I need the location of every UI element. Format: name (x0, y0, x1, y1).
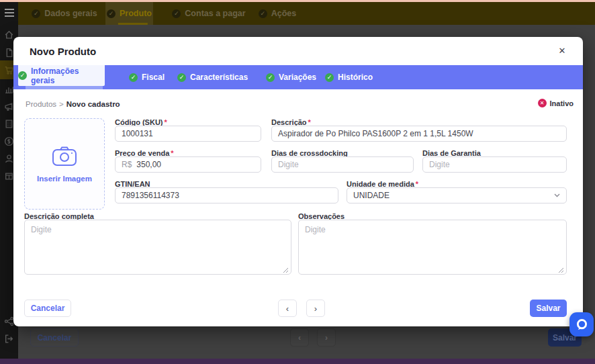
next-button[interactable]: › (306, 300, 325, 317)
logout-icon[interactable] (4, 334, 14, 344)
tab-caracteristicas[interactable]: ✓ Características (177, 65, 248, 89)
save-button[interactable]: Salvar (530, 300, 567, 317)
check-circle-icon: ✓ (325, 73, 334, 82)
cart-icon[interactable] (4, 65, 14, 75)
chevron-down-icon (554, 193, 560, 197)
modal-tab-bar: ✓ Informações gerais ✓ Fiscal ✓ Caracter… (13, 65, 583, 89)
breadcrumb: Produtos>Novo cadastro (26, 100, 120, 108)
check-circle-icon: ✓ (177, 73, 186, 82)
package-icon[interactable] (4, 171, 14, 181)
garantia-input[interactable]: Digite (422, 156, 567, 173)
chat-bubble-icon (575, 318, 589, 332)
background-cancel-button[interactable]: Cancelar (30, 328, 79, 347)
descricao-input[interactable]: Aspirador de Po Philco PAS1600P 2 em 1 1… (271, 126, 567, 142)
tab-fiscal[interactable]: ✓ Fiscal (129, 65, 165, 89)
step-tab-label: Ações (271, 9, 297, 18)
camera-icon (52, 145, 77, 167)
chat-widget-button[interactable] (569, 312, 594, 336)
placeholder-text: Digite (31, 225, 52, 234)
tab-historico[interactable]: ✓ Histórico (325, 65, 373, 89)
background-next-button[interactable]: › (317, 328, 336, 347)
preco-input[interactable]: R$ 350,00 (115, 156, 261, 173)
step-tab-label: Dados gerais (44, 9, 97, 18)
step-tab-acoes[interactable]: ✓ Ações (255, 2, 300, 25)
check-circle-icon: ✓ (259, 9, 267, 18)
check-circle-icon: ✓ (266, 73, 275, 82)
menu-icon[interactable] (5, 9, 14, 17)
unidade-value: UNIDADE (353, 191, 390, 200)
home-icon[interactable] (4, 30, 14, 40)
currency-prefix: R$ (122, 160, 132, 169)
tab-label: Histórico (338, 73, 373, 82)
building-icon[interactable] (4, 119, 14, 129)
prev-button[interactable]: ‹ (278, 300, 297, 317)
gtin-input[interactable]: 7891356114373 (115, 187, 338, 203)
unidade-select[interactable]: UNIDADE (347, 187, 567, 203)
resize-handle-icon[interactable] (558, 266, 564, 272)
step-tab-label: Contas a pagar (185, 9, 245, 18)
crossdocking-input[interactable]: Digite (271, 156, 414, 173)
step-tab-label: Produto (120, 9, 152, 18)
check-circle-icon: ✓ (172, 9, 181, 18)
breadcrumb-current: Novo cadastro (66, 100, 120, 108)
step-tab-dados-gerais[interactable]: ✓ Dados gerais (27, 2, 102, 25)
step-tab-contas-a-pagar[interactable]: ✓ Contas a pagar (171, 2, 246, 25)
descricao-completa-textarea[interactable]: Digite (24, 220, 291, 275)
sku-input[interactable]: 1000131 (115, 126, 261, 142)
tab-label: Características (190, 73, 248, 82)
close-icon[interactable]: ✕ (556, 45, 568, 57)
bottom-purple-bar (0, 359, 595, 364)
novo-produto-modal: Novo Produto ✕ ✓ Informações gerais ✓ Fi… (13, 37, 583, 326)
wizard-step-bar: ✓ Dados gerais ✓ Produto ✓ Contas a paga… (18, 2, 595, 25)
tab-label: Fiscal (142, 73, 165, 82)
gtin-value: 7891356114373 (122, 191, 179, 200)
cancel-button[interactable]: Cancelar (24, 300, 71, 317)
check-circle-icon: ✓ (107, 9, 116, 18)
active-tab-indicator (26, 86, 103, 89)
descricao-value: Aspirador de Po Philco PAS1600P 2 em 1 1… (278, 129, 473, 138)
tab-label: Informações gerais (31, 66, 105, 85)
observacoes-textarea[interactable]: Digite (298, 220, 567, 275)
tab-label: Variações (279, 73, 316, 82)
megaphone-icon[interactable] (4, 101, 14, 111)
currency-icon[interactable] (4, 136, 14, 146)
check-circle-icon: ✓ (18, 71, 27, 80)
document-icon[interactable] (4, 48, 14, 58)
user-icon[interactable] (4, 154, 14, 164)
placeholder-text: Digite (429, 160, 450, 169)
check-circle-icon: ✓ (32, 9, 40, 18)
share-icon[interactable] (4, 316, 14, 326)
breadcrumb-separator: > (59, 100, 64, 108)
top-accent-line (0, 0, 595, 2)
active-step-underline (118, 23, 147, 25)
step-tab-produto[interactable]: ✓ Produto (105, 2, 153, 25)
resize-handle-icon[interactable] (283, 266, 289, 272)
preco-value: 350,00 (136, 160, 161, 169)
insert-image-label: Inserir Imagem (37, 175, 92, 183)
tab-variacoes[interactable]: ✓ Variações (266, 65, 316, 89)
status-badge-label: Inativo (550, 99, 574, 107)
inactive-x-icon: ✕ (538, 99, 547, 107)
chart-icon[interactable] (4, 84, 14, 94)
breadcrumb-parent[interactable]: Produtos (26, 100, 56, 108)
status-badge: ✕ Inativo (538, 99, 574, 107)
background-prev-button[interactable]: ‹ (290, 328, 309, 347)
tab-informacoes-gerais[interactable]: ✓ Informações gerais (18, 65, 105, 86)
modal-title: Novo Produto (30, 46, 96, 57)
insert-image-dropzone[interactable]: Inserir Imagem (24, 118, 105, 210)
placeholder-text: Digite (278, 160, 299, 169)
placeholder-text: Digite (305, 225, 326, 234)
sku-value: 1000131 (122, 129, 153, 138)
check-circle-icon: ✓ (129, 73, 138, 82)
